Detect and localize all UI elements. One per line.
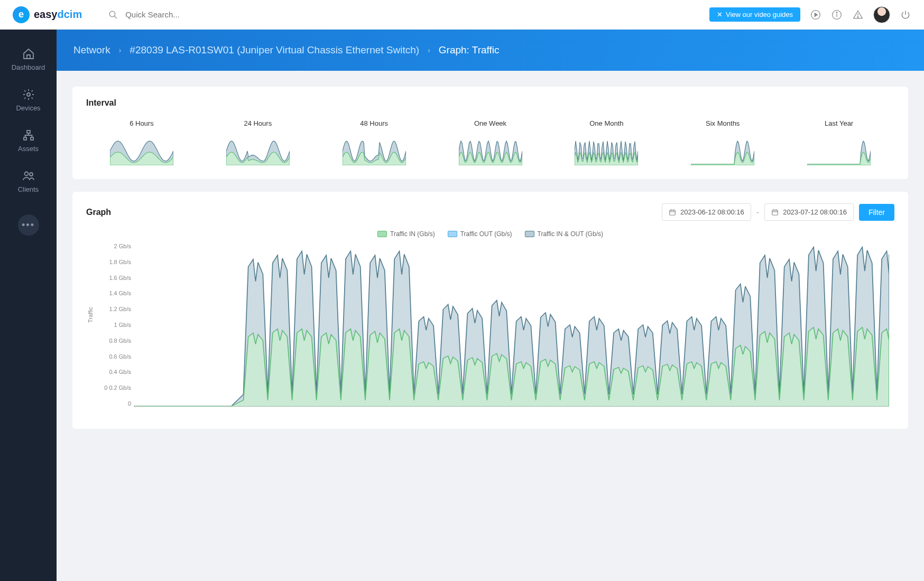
- more-icon: •••: [18, 214, 39, 236]
- search-input[interactable]: [125, 10, 284, 19]
- interval-option-1[interactable]: 24 Hours: [202, 117, 313, 167]
- svg-point-9: [27, 93, 30, 96]
- mini-chart: [459, 134, 522, 165]
- date-from-value: 2023-06-12 08:00:16: [680, 208, 744, 216]
- legend-swatch: [448, 231, 457, 237]
- content: Interval 6 Hours24 Hours48 HoursOne Week…: [57, 71, 924, 581]
- legend-swatch: [377, 231, 387, 237]
- svg-point-13: [24, 172, 28, 176]
- sidebar-item-label: Dashboard: [12, 63, 45, 71]
- breadcrumb-current: Graph: Traffic: [439, 44, 500, 56]
- top-actions: ✕ View our video guides: [709, 6, 911, 23]
- interval-label: Six Months: [706, 119, 740, 127]
- y-tick: 0.8 Gb/s: [102, 338, 131, 344]
- breadcrumb-device[interactable]: #28039 LAS-R01SW01 (Juniper Virtual Chas…: [130, 44, 419, 56]
- legend-item[interactable]: Traffic OUT (Gb/s): [448, 230, 512, 238]
- graph-title: Graph: [86, 208, 111, 217]
- search-wrap: [107, 9, 709, 21]
- svg-rect-10: [27, 130, 30, 133]
- chevron-right-icon: ›: [119, 46, 122, 54]
- search-icon[interactable]: [107, 9, 119, 21]
- sidebar-item-dashboard[interactable]: Dashboard: [0, 40, 57, 79]
- svg-rect-12: [31, 137, 33, 140]
- mini-chart: [110, 134, 173, 165]
- filter-button[interactable]: Filter: [859, 204, 894, 221]
- mini-chart: [575, 134, 638, 165]
- interval-label: Last Year: [825, 119, 853, 127]
- sidebar: Dashboard Devices Assets Clients •••: [0, 30, 57, 581]
- svg-marker-3: [815, 13, 817, 16]
- date-range-separator: -: [756, 208, 759, 217]
- interval-label: One Week: [474, 119, 506, 127]
- calendar-icon: [771, 209, 779, 216]
- video-guide-label: View our video guides: [726, 11, 793, 18]
- breadcrumb-network[interactable]: Network: [73, 44, 110, 56]
- logo-icon: e: [13, 6, 30, 23]
- interval-option-2[interactable]: 48 Hours: [319, 117, 430, 167]
- chart-wrap: Traffic 2 Gb/s1.8 Gb/s1.6 Gb/s1.4 Gb/s1.…: [86, 243, 894, 417]
- svg-rect-15: [670, 210, 676, 214]
- chart-legend: Traffic IN (Gb/s)Traffic OUT (Gb/s)Traff…: [86, 230, 894, 238]
- legend-item[interactable]: Traffic IN (Gb/s): [377, 230, 435, 238]
- sidebar-item-label: Clients: [18, 185, 39, 193]
- y-axis-label: Traffic: [87, 307, 94, 323]
- sidebar-item-label: Devices: [16, 104, 40, 112]
- play-icon[interactable]: [810, 9, 821, 21]
- legend-label: Traffic IN & OUT (Gb/s): [538, 230, 603, 238]
- y-tick: 2 Gb/s: [102, 243, 131, 249]
- calendar-icon: [669, 209, 676, 216]
- graph-head: Graph 2023-06-12 08:00:16 - 2023-07-12 0…: [86, 203, 894, 221]
- close-icon[interactable]: ✕: [717, 11, 723, 18]
- power-icon[interactable]: [900, 9, 911, 21]
- y-tick: 0.6 Gb/s: [102, 353, 131, 360]
- legend-swatch: [525, 231, 534, 237]
- svg-point-0: [109, 11, 115, 17]
- sidebar-more-button[interactable]: •••: [0, 207, 57, 243]
- interval-option-3[interactable]: One Week: [435, 117, 546, 167]
- breadcrumb: Network › #28039 LAS-R01SW01 (Juniper Vi…: [73, 44, 500, 56]
- mini-chart: [226, 134, 290, 165]
- breadcrumb-header: Network › #28039 LAS-R01SW01 (Juniper Vi…: [57, 30, 924, 71]
- graph-controls: 2023-06-12 08:00:16 - 2023-07-12 08:00:1…: [662, 203, 894, 221]
- date-to-value: 2023-07-12 08:00:16: [783, 208, 847, 216]
- home-icon: [22, 48, 35, 60]
- logo-text: easydcim: [34, 8, 82, 21]
- date-from-picker[interactable]: 2023-06-12 08:00:16: [662, 203, 751, 221]
- sidebar-item-devices[interactable]: Devices: [0, 81, 57, 119]
- legend-item[interactable]: Traffic IN & OUT (Gb/s): [525, 230, 603, 238]
- svg-rect-19: [772, 210, 778, 214]
- avatar[interactable]: [873, 6, 890, 23]
- y-tick: 1.2 Gb/s: [102, 306, 131, 312]
- svg-line-1: [114, 16, 117, 18]
- interval-option-4[interactable]: One Month: [551, 117, 662, 167]
- video-guide-button[interactable]: ✕ View our video guides: [709, 7, 800, 22]
- y-tick: 0.4 Gb/s: [102, 369, 131, 375]
- sidebar-item-assets[interactable]: Assets: [0, 121, 57, 160]
- y-tick: 0: [102, 400, 131, 407]
- plot-area: [134, 243, 889, 407]
- svg-rect-11: [24, 137, 26, 140]
- interval-option-0[interactable]: 6 Hours: [86, 117, 197, 167]
- interval-option-6[interactable]: Last Year: [783, 117, 894, 167]
- y-tick: 0 0.2 Gb/s: [102, 385, 131, 391]
- users-icon: [22, 170, 35, 182]
- sidebar-item-clients[interactable]: Clients: [0, 162, 57, 201]
- y-tick: 1.4 Gb/s: [102, 290, 131, 296]
- interval-panel: Interval 6 Hours24 Hours48 HoursOne Week…: [72, 87, 908, 179]
- interval-row: 6 Hours24 Hours48 HoursOne WeekOne Month…: [86, 117, 894, 167]
- date-to-picker[interactable]: 2023-07-12 08:00:16: [764, 203, 854, 221]
- y-tick: 1.6 Gb/s: [102, 275, 131, 281]
- svg-point-8: [857, 16, 858, 17]
- chevron-right-icon: ›: [428, 46, 430, 54]
- interval-label: 6 Hours: [130, 119, 154, 127]
- y-ticks: 2 Gb/s1.8 Gb/s1.6 Gb/s1.4 Gb/s1.2 Gb/s1 …: [102, 243, 131, 407]
- interval-label: One Month: [589, 119, 623, 127]
- logo[interactable]: e easydcim: [13, 6, 82, 23]
- sidebar-item-label: Assets: [18, 145, 39, 153]
- interval-title: Interval: [86, 98, 894, 108]
- alert-icon[interactable]: [852, 9, 864, 21]
- interval-option-5[interactable]: Six Months: [667, 117, 778, 167]
- svg-point-6: [836, 12, 837, 13]
- info-icon[interactable]: [831, 9, 843, 21]
- legend-label: Traffic OUT (Gb/s): [460, 230, 512, 238]
